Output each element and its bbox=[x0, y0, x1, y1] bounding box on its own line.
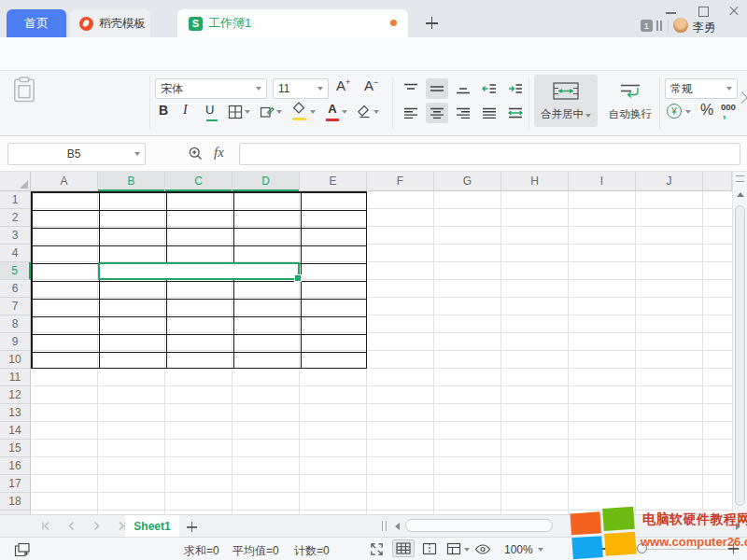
currency-caret-icon[interactable] bbox=[685, 110, 691, 114]
distribute-button[interactable] bbox=[504, 103, 527, 123]
font-color-button[interactable]: A bbox=[325, 102, 340, 121]
fx-icon[interactable]: fx bbox=[214, 145, 224, 161]
column-header-B[interactable]: B bbox=[98, 172, 165, 191]
add-sheet-button[interactable] bbox=[187, 522, 197, 532]
row-header-16[interactable]: 16 bbox=[0, 457, 31, 475]
sheet-tab-sheet1[interactable]: Sheet1 bbox=[125, 515, 179, 537]
column-header-H[interactable]: H bbox=[501, 172, 569, 191]
name-box[interactable]: B5 bbox=[7, 143, 146, 165]
column-header-G[interactable]: G bbox=[434, 172, 501, 191]
row-header-10[interactable]: 10 bbox=[0, 351, 31, 369]
row-header-14[interactable]: 14 bbox=[0, 422, 31, 440]
row-header-18[interactable]: 18 bbox=[0, 493, 31, 511]
row-header-6[interactable]: 6 bbox=[0, 280, 31, 298]
draw-border-icon[interactable] bbox=[260, 105, 275, 119]
spreadsheet-grid[interactable]: ABCDEFGHIJ 12345678910111213141516171819 bbox=[0, 172, 747, 514]
avatar[interactable] bbox=[673, 18, 688, 33]
scroll-left-icon[interactable] bbox=[395, 523, 400, 530]
align-bottom-button[interactable] bbox=[452, 78, 474, 99]
row-header-12[interactable]: 12 bbox=[0, 386, 31, 404]
align-left-button[interactable] bbox=[400, 103, 422, 123]
clear-format-caret-icon[interactable] bbox=[374, 110, 379, 114]
row-header-3[interactable]: 3 bbox=[0, 227, 31, 245]
row-header-4[interactable]: 4 bbox=[0, 245, 31, 262]
fill-handle[interactable] bbox=[294, 274, 302, 282]
increase-font-button[interactable]: A+ bbox=[336, 77, 350, 93]
align-top-button[interactable] bbox=[400, 78, 422, 99]
column-header-C[interactable]: C bbox=[165, 172, 233, 191]
row-header-13[interactable]: 13 bbox=[0, 404, 31, 422]
number-format-select[interactable]: 常规 bbox=[665, 78, 738, 99]
wrap-text-button[interactable]: 自动换行 bbox=[601, 75, 659, 127]
bold-button[interactable]: B bbox=[159, 103, 168, 118]
scroll-right-icon[interactable] bbox=[736, 523, 740, 530]
vertical-scroll-thumb[interactable] bbox=[735, 205, 745, 506]
next-sheet-icon[interactable] bbox=[92, 521, 102, 531]
paste-icon[interactable] bbox=[13, 77, 37, 105]
font-size-select[interactable]: 11 bbox=[273, 78, 329, 99]
align-middle-button[interactable] bbox=[426, 78, 448, 99]
decrease-indent-button[interactable] bbox=[478, 78, 500, 99]
clear-format-icon[interactable] bbox=[357, 105, 372, 119]
column-header-D[interactable]: D bbox=[233, 172, 300, 191]
page-break-view-icon[interactable] bbox=[422, 542, 438, 556]
column-header-E[interactable]: E bbox=[300, 172, 367, 191]
zoom-formula-icon[interactable] bbox=[188, 146, 204, 161]
eye-protection-icon[interactable] bbox=[474, 543, 490, 557]
fill-color-icon[interactable] bbox=[291, 102, 307, 120]
prev-sheet-icon[interactable] bbox=[66, 521, 77, 531]
row-header-8[interactable]: 8 bbox=[0, 315, 31, 333]
align-center-button[interactable] bbox=[426, 103, 448, 123]
draw-border-caret-icon[interactable] bbox=[276, 110, 282, 114]
formula-input[interactable] bbox=[239, 143, 740, 165]
fullscreen-icon[interactable] bbox=[370, 542, 386, 556]
dock-panel-icon[interactable] bbox=[656, 21, 663, 31]
hscroll-split-icon[interactable] bbox=[382, 521, 388, 531]
comma-style-button[interactable]: 000 , bbox=[721, 102, 736, 116]
justify-button[interactable] bbox=[478, 103, 500, 123]
row-header-15[interactable]: 15 bbox=[0, 440, 31, 457]
select-all-corner[interactable] bbox=[0, 172, 31, 191]
column-header-I[interactable]: I bbox=[569, 172, 636, 191]
split-handle-icon[interactable] bbox=[736, 175, 744, 182]
user-name[interactable]: 李勇 bbox=[693, 20, 715, 35]
row-header-5[interactable]: 5 bbox=[0, 262, 31, 280]
borders-caret-icon[interactable] bbox=[245, 110, 250, 114]
merge-center-button[interactable]: 合并居中 bbox=[534, 75, 598, 127]
zoom-caret-icon[interactable] bbox=[538, 548, 543, 552]
doc-count-badge[interactable]: 1 bbox=[641, 20, 653, 32]
minimize-button[interactable] bbox=[665, 5, 678, 18]
first-sheet-icon[interactable] bbox=[41, 521, 51, 531]
maximize-button[interactable] bbox=[697, 5, 710, 18]
underline-button[interactable]: U bbox=[205, 103, 218, 121]
row-header-11[interactable]: 11 bbox=[0, 369, 31, 386]
tab-template[interactable]: 稻壳模板 bbox=[70, 9, 150, 37]
font-name-select[interactable]: 宋体 bbox=[155, 78, 267, 99]
column-header-partial[interactable] bbox=[703, 172, 732, 191]
row-header-1[interactable]: 1 bbox=[0, 191, 31, 209]
tab-workbook[interactable]: S 工作簿1 bbox=[177, 9, 408, 37]
percent-style-button[interactable]: % bbox=[700, 102, 713, 119]
fill-color-caret-icon[interactable] bbox=[310, 110, 316, 114]
zoom-out-button[interactable] bbox=[599, 548, 607, 550]
scroll-up-icon[interactable] bbox=[737, 192, 744, 197]
normal-view-button[interactable] bbox=[392, 539, 415, 557]
row-header-2[interactable]: 2 bbox=[0, 209, 31, 227]
new-tab-button[interactable] bbox=[426, 17, 438, 29]
horizontal-scroll-thumb[interactable] bbox=[405, 519, 553, 532]
italic-button[interactable]: I bbox=[183, 103, 188, 118]
zoom-slider-track[interactable] bbox=[609, 549, 726, 550]
row-header-7[interactable]: 7 bbox=[0, 298, 31, 315]
font-color-caret-icon[interactable] bbox=[342, 110, 347, 114]
decrease-font-button[interactable]: A− bbox=[364, 77, 378, 93]
column-header-A[interactable]: A bbox=[31, 172, 98, 191]
view-caret-icon[interactable] bbox=[464, 548, 470, 552]
borders-icon[interactable] bbox=[228, 105, 243, 119]
zoom-in-button[interactable] bbox=[728, 543, 740, 554]
zoom-slider-handle[interactable] bbox=[637, 543, 647, 553]
row-header-17[interactable]: 17 bbox=[0, 475, 31, 493]
align-right-button[interactable] bbox=[452, 103, 474, 123]
bordered-table[interactable] bbox=[31, 191, 367, 369]
vertical-scrollbar[interactable] bbox=[732, 172, 747, 514]
column-header-J[interactable]: J bbox=[636, 172, 703, 191]
